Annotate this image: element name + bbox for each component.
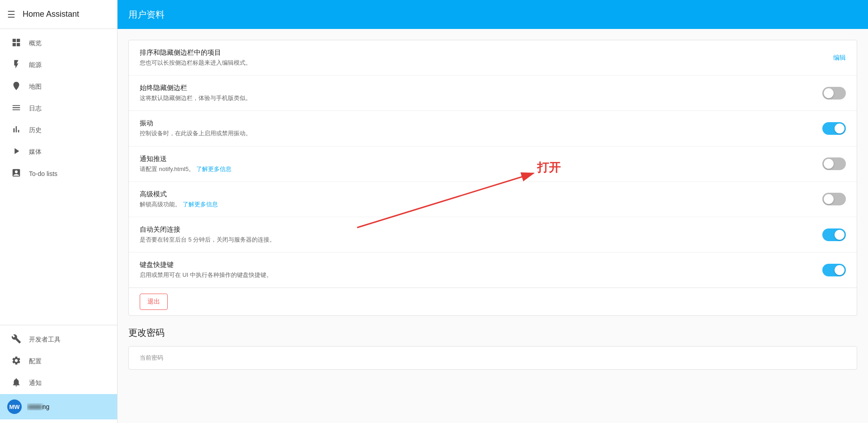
sidebar-bottom: 开发者工具 配置 通知 MW ■■■■ng — [0, 325, 117, 423]
change-password-title: 更改密码 — [118, 316, 868, 342]
map-icon — [11, 81, 22, 93]
sidebar-item-energy[interactable]: 能源 — [0, 54, 117, 76]
sort-hide-desc: 您也可以长按侧边栏标题来进入编辑模式。 — [140, 59, 822, 67]
sidebar-item-settings[interactable]: 配置 — [0, 351, 117, 372]
sidebar-item-todo-label: To-do lists — [29, 170, 57, 177]
advanced-mode-desc: 解锁高级功能。 了解更多信息 — [140, 200, 811, 209]
menu-icon[interactable]: ☰ — [7, 9, 15, 20]
energy-icon — [11, 59, 22, 71]
media-icon — [11, 146, 22, 158]
logout-row: 退出 — [129, 288, 857, 315]
password-card: 当前密码 — [128, 346, 857, 370]
sidebar-item-map[interactable]: 地图 — [0, 76, 117, 98]
notification-push-row: 通知推送 请配置 notify.html5。 了解更多信息 — [129, 147, 857, 182]
always-hide-toggle[interactable] — [822, 87, 846, 100]
sidebar-item-history-label: 历史 — [29, 126, 42, 134]
sidebar-item-media-label: 媒体 — [29, 148, 42, 156]
vibration-title: 振动 — [140, 119, 811, 128]
settings-icon — [11, 356, 22, 368]
notification-push-title: 通知推送 — [140, 155, 811, 163]
sort-hide-title: 排序和隐藏侧边栏中的项目 — [140, 48, 822, 57]
avatar: MW — [7, 399, 22, 414]
notification-push-link[interactable]: 了解更多信息 — [196, 166, 231, 172]
keyboard-shortcuts-toggle[interactable] — [822, 264, 846, 276]
sidebar-item-todo[interactable]: To-do lists — [0, 163, 117, 185]
logout-button[interactable]: 退出 — [140, 294, 168, 310]
sidebar-item-notifications-label: 通知 — [29, 379, 42, 387]
notifications-icon — [11, 377, 22, 390]
vibration-toggle[interactable] — [822, 122, 846, 135]
auto-close-row: 自动关闭连接 是否要在转至后台 5 分钟后，关闭与服务器的连接。 — [129, 217, 857, 252]
notification-push-toggle[interactable] — [822, 157, 846, 170]
advanced-mode-title: 高级模式 — [140, 190, 811, 199]
always-hide-row: 始终隐藏侧边栏 这将默认隐藏侧边栏，体验与手机版类似。 — [129, 76, 857, 111]
sidebar-item-log[interactable]: 日志 — [0, 98, 117, 119]
devtools-icon — [11, 334, 22, 346]
sort-hide-edit-link[interactable]: 编辑 — [833, 54, 846, 61]
notification-push-desc: 请配置 notify.html5。 了解更多信息 — [140, 165, 811, 173]
vibration-row: 振动 控制设备时，在此设备上启用或禁用振动。 — [129, 111, 857, 146]
sort-hide-row: 排序和隐藏侧边栏中的项目 您也可以长按侧边栏标题来进入编辑模式。 编辑 — [129, 40, 857, 76]
sidebar-item-overview-label: 概览 — [29, 39, 42, 48]
advanced-mode-link[interactable]: 了解更多信息 — [183, 201, 218, 208]
settings-card: 排序和隐藏侧边栏中的项目 您也可以长按侧边栏标题来进入编辑模式。 编辑 始终隐藏… — [128, 40, 857, 316]
sidebar-item-devtools-label: 开发者工具 — [29, 336, 61, 344]
sidebar-item-energy-label: 能源 — [29, 61, 42, 69]
sidebar-nav: 概览 能源 地图 日志 历史 — [0, 29, 117, 325]
history-icon — [11, 124, 22, 137]
auto-close-toggle[interactable] — [822, 228, 846, 241]
always-hide-desc: 这将默认隐藏侧边栏，体验与手机版类似。 — [140, 94, 811, 102]
sidebar-item-history[interactable]: 历史 — [0, 119, 117, 141]
auto-close-desc: 是否要在转至后台 5 分钟后，关闭与服务器的连接。 — [140, 236, 811, 244]
auto-close-title: 自动关闭连接 — [140, 225, 811, 234]
sidebar-item-settings-label: 配置 — [29, 357, 42, 366]
sidebar-item-map-label: 地图 — [29, 83, 42, 91]
vibration-desc: 控制设备时，在此设备上启用或禁用振动。 — [140, 129, 811, 138]
advanced-mode-row: 高级模式 解锁高级功能。 了解更多信息 — [129, 182, 857, 217]
always-hide-title: 始终隐藏侧边栏 — [140, 84, 811, 92]
top-bar: 用户资料 — [118, 0, 868, 29]
sidebar-item-notifications[interactable]: 通知 — [0, 372, 117, 394]
sidebar: ☰ Home Assistant 概览 能源 地图 日志 — [0, 0, 118, 423]
sidebar-header: ☰ Home Assistant — [0, 0, 117, 29]
keyboard-shortcuts-title: 键盘快捷键 — [140, 261, 811, 269]
page-title: 用户资料 — [128, 9, 165, 21]
user-name: ■■■■ng — [27, 403, 49, 410]
current-password-hint: 当前密码 — [140, 354, 846, 362]
sidebar-item-devtools[interactable]: 开发者工具 — [0, 329, 117, 351]
sidebar-item-log-label: 日志 — [29, 105, 42, 113]
keyboard-shortcuts-desc: 启用或禁用可在 UI 中执行各种操作的键盘快捷键。 — [140, 271, 811, 279]
advanced-mode-toggle[interactable] — [822, 193, 846, 205]
keyboard-shortcuts-row: 键盘快捷键 启用或禁用可在 UI 中执行各种操作的键盘快捷键。 — [129, 252, 857, 288]
user-item[interactable]: MW ■■■■ng — [0, 394, 117, 419]
sidebar-item-overview[interactable]: 概览 — [0, 33, 117, 54]
sidebar-item-media[interactable]: 媒体 — [0, 141, 117, 163]
log-icon — [11, 103, 22, 115]
todo-icon — [11, 168, 22, 180]
overview-icon — [11, 38, 22, 50]
main-content: 用户资料 排序和隐藏侧边栏中的项目 您也可以长按侧边栏标题来进入编辑模式。 编辑 — [118, 0, 868, 423]
sidebar-title: Home Assistant — [23, 10, 79, 19]
content-area[interactable]: 排序和隐藏侧边栏中的项目 您也可以长按侧边栏标题来进入编辑模式。 编辑 始终隐藏… — [118, 29, 868, 423]
